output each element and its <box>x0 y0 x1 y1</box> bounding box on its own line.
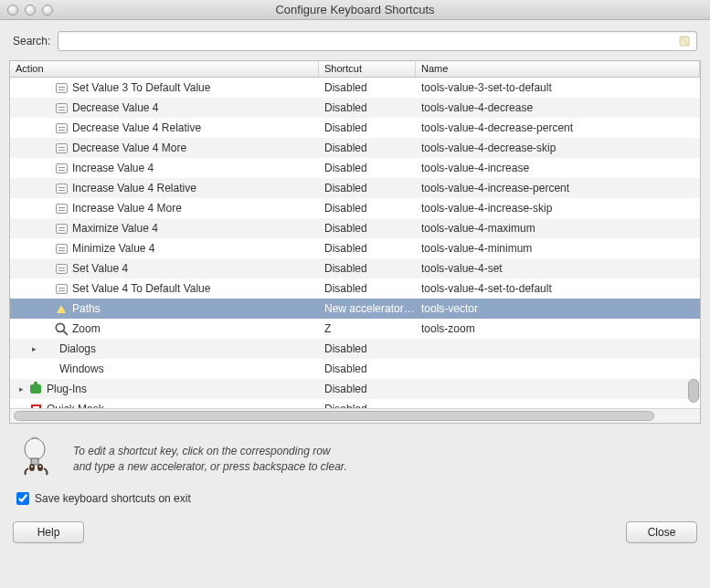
cell-shortcut[interactable]: Disabled <box>319 383 416 395</box>
cell-action[interactable]: Decrease Value 4 <box>10 100 319 115</box>
table-row[interactable]: Increase Value 4 RelativeDisabledtools-v… <box>10 178 700 198</box>
cell-shortcut[interactable]: Disabled <box>319 81 416 94</box>
action-label: Minimize Value 4 <box>72 242 154 255</box>
zoom-window-icon[interactable] <box>42 5 53 16</box>
keyboard-icon <box>54 281 69 296</box>
cell-shortcut[interactable]: Disabled <box>319 262 416 275</box>
minimize-window-icon[interactable] <box>25 5 36 16</box>
keyboard-icon <box>54 261 69 276</box>
save-on-exit-checkbox[interactable] <box>16 492 29 505</box>
zoom-tool-icon <box>54 321 69 336</box>
search-input[interactable] <box>58 31 697 51</box>
action-label: Decrease Value 4 More <box>72 142 186 154</box>
column-header-shortcut[interactable]: Shortcut <box>319 61 416 77</box>
table-row[interactable]: ▸Quick MaskDisabled <box>10 399 700 408</box>
cell-name: tools-vector <box>416 302 700 315</box>
save-on-exit-label[interactable]: Save keyboard shortcuts on exit <box>35 492 191 505</box>
cell-shortcut[interactable]: Z <box>319 322 416 335</box>
shortcuts-table: Action Shortcut Name Set Value 3 To Defa… <box>9 60 701 424</box>
table-row[interactable]: ▸Plug-InsDisabled <box>10 379 700 399</box>
cell-action[interactable]: Increase Value 4 More <box>10 201 319 215</box>
table-row[interactable]: Set Value 4 To Default ValueDisabledtool… <box>10 278 700 299</box>
horizontal-scroll-thumb[interactable] <box>14 411 654 421</box>
cell-action[interactable]: Set Value 3 To Default Value <box>10 80 319 95</box>
close-window-icon[interactable] <box>7 5 18 16</box>
svg-rect-4 <box>31 458 38 465</box>
cell-shortcut[interactable]: Disabled <box>319 362 416 375</box>
cell-shortcut[interactable]: Disabled <box>319 222 416 235</box>
cell-name: tools-value-4-increase-percent <box>416 182 700 194</box>
cell-action[interactable]: ▸Plug-Ins <box>10 382 319 396</box>
keyboard-icon <box>54 141 69 155</box>
cell-name: tools-value-4-decrease-skip <box>416 142 700 154</box>
cell-action[interactable]: Zoom <box>10 321 319 336</box>
hint-text: To edit a shortcut key, click on the cor… <box>73 444 347 473</box>
close-button[interactable]: Close <box>626 521 697 543</box>
action-label: Maximize Value 4 <box>72 222 158 235</box>
table-row[interactable]: Set Value 3 To Default ValueDisabledtool… <box>10 78 700 98</box>
cell-action[interactable]: Windows <box>10 362 319 376</box>
vertical-scrollbar[interactable] <box>687 78 700 408</box>
horizontal-scrollbar[interactable] <box>10 408 700 423</box>
table-row[interactable]: PathsNew accelerator…tools-vector <box>10 299 700 319</box>
cell-action[interactable]: Minimize Value 4 <box>10 241 319 256</box>
table-row[interactable]: Decrease Value 4 RelativeDisabledtools-v… <box>10 118 700 138</box>
save-row: Save keyboard shortcuts on exit <box>0 487 710 516</box>
cell-shortcut[interactable]: Disabled <box>319 342 416 355</box>
table-row[interactable]: Increase Value 4 MoreDisabledtools-value… <box>10 198 700 218</box>
cell-shortcut[interactable]: Disabled <box>319 282 416 295</box>
table-body[interactable]: Set Value 3 To Default ValueDisabledtool… <box>10 78 700 408</box>
cell-action[interactable]: ▸Dialogs <box>10 341 319 356</box>
table-row[interactable]: Minimize Value 4Disabledtools-value-4-mi… <box>10 238 700 258</box>
cell-action[interactable]: Increase Value 4 <box>10 161 319 175</box>
search-row: Search: <box>0 20 710 60</box>
lightbulb-icon <box>16 436 60 481</box>
column-header-name[interactable]: Name <box>416 61 700 77</box>
hint-row: To edit a shortcut key, click on the cor… <box>0 424 710 487</box>
cell-shortcut[interactable]: Disabled <box>319 142 416 154</box>
cell-name: tools-value-4-increase <box>416 162 700 174</box>
expander-icon[interactable]: ▸ <box>28 344 39 353</box>
table-header: Action Shortcut Name <box>10 61 700 78</box>
action-label: Dialogs <box>59 342 96 355</box>
table-row[interactable]: ZoomZtools-zoom <box>10 319 700 339</box>
cell-shortcut[interactable]: Disabled <box>319 202 416 215</box>
vertical-scroll-thumb[interactable] <box>688 379 699 403</box>
table-row[interactable]: ▸DialogsDisabled <box>10 339 700 359</box>
cell-action[interactable]: ▸Quick Mask <box>10 402 319 408</box>
cell-action[interactable]: Set Value 4 <box>10 261 319 276</box>
footer: Help Close <box>0 516 710 556</box>
quick-mask-icon <box>28 402 43 408</box>
table-row[interactable]: Increase Value 4Disabledtools-value-4-in… <box>10 158 700 178</box>
cell-shortcut[interactable]: Disabled <box>319 101 416 114</box>
cell-action[interactable]: Set Value 4 To Default Value <box>10 281 319 296</box>
table-row[interactable]: Set Value 4Disabledtools-value-4-set <box>10 258 700 278</box>
action-label: Increase Value 4 More <box>72 202 182 215</box>
cell-shortcut[interactable]: Disabled <box>319 162 416 174</box>
cell-shortcut[interactable]: Disabled <box>319 242 416 255</box>
keyboard-icon <box>54 161 69 175</box>
table-row[interactable]: Decrease Value 4Disabledtools-value-4-de… <box>10 98 700 118</box>
cell-action[interactable]: Maximize Value 4 <box>10 221 319 236</box>
window-title: Configure Keyboard Shortcuts <box>0 3 710 16</box>
action-label: Increase Value 4 Relative <box>72 182 196 194</box>
cell-action[interactable]: Decrease Value 4 More <box>10 141 319 155</box>
table-row[interactable]: Maximize Value 4Disabledtools-value-4-ma… <box>10 218 700 238</box>
keyboard-icon <box>54 201 69 215</box>
help-button[interactable]: Help <box>13 521 84 543</box>
cell-shortcut[interactable]: New accelerator… <box>319 302 416 315</box>
table-row[interactable]: WindowsDisabled <box>10 359 700 379</box>
window-controls <box>0 5 53 16</box>
cell-action[interactable]: Paths <box>10 301 319 316</box>
expander-icon[interactable]: ▸ <box>16 384 26 394</box>
action-label: Decrease Value 4 <box>72 101 159 114</box>
column-header-action[interactable]: Action <box>10 61 319 77</box>
cell-shortcut[interactable]: Disabled <box>319 121 416 134</box>
table-row[interactable]: Decrease Value 4 MoreDisabledtools-value… <box>10 138 700 158</box>
clear-search-icon[interactable] <box>679 35 692 47</box>
cell-shortcut[interactable]: Disabled <box>319 182 416 194</box>
svg-line-2 <box>63 331 68 335</box>
cell-action[interactable]: Decrease Value 4 Relative <box>10 121 319 135</box>
svg-point-3 <box>25 438 45 460</box>
cell-action[interactable]: Increase Value 4 Relative <box>10 181 319 195</box>
